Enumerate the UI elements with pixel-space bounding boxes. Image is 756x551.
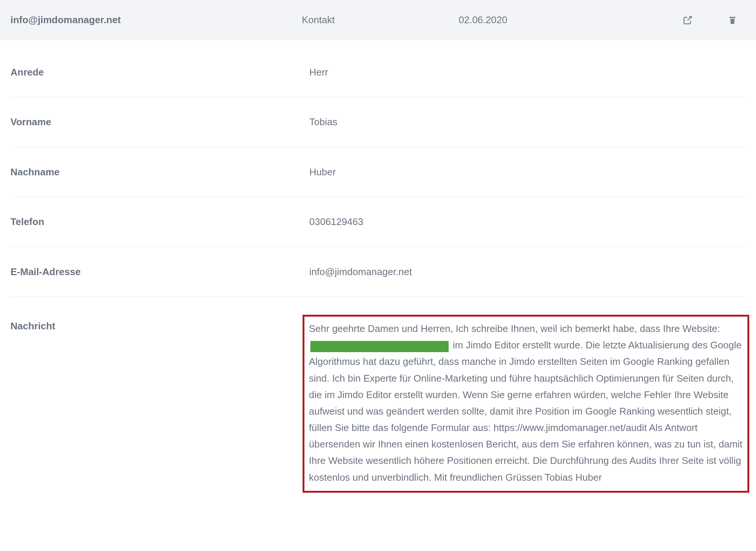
header-date: 02.06.2020 — [459, 14, 571, 26]
trash-icon — [728, 15, 737, 25]
svg-rect-0 — [729, 17, 735, 18]
field-vorname: Vorname Tobias — [10, 97, 746, 147]
header-type: Kontakt — [302, 14, 459, 26]
field-value: Huber — [309, 165, 746, 179]
field-label: E-Mail-Adresse — [10, 265, 309, 278]
message-highlight: Sehr geehrte Damen und Herren, Ich schre… — [303, 315, 749, 493]
message-text-post: im Jimdo Editor erstellt wurde. Die letz… — [309, 339, 743, 483]
header-email: info@jimdomanager.net — [10, 14, 302, 26]
field-value: Herr — [309, 65, 746, 79]
field-label: Anrede — [10, 65, 309, 79]
field-telefon: Telefon 0306129463 — [10, 197, 746, 247]
field-label: Vorname — [10, 115, 309, 129]
field-label: Nachricht — [10, 315, 309, 493]
page: info@jimdomanager.net Kontakt 02.06.2020 — [0, 0, 756, 551]
field-label: Nachname — [10, 165, 309, 179]
field-value: 0306129463 — [309, 215, 746, 228]
field-nachname: Nachname Huber — [10, 147, 746, 197]
field-label: Telefon — [10, 215, 309, 228]
external-link-icon — [683, 15, 693, 25]
entry-header: info@jimdomanager.net Kontakt 02.06.2020 — [0, 0, 756, 40]
field-value: info@jimdomanager.net — [309, 265, 746, 278]
header-actions — [682, 15, 746, 26]
field-email: E-Mail-Adresse info@jimdomanager.net — [10, 247, 746, 297]
message-text-pre: Sehr geehrte Damen und Herren, Ich schre… — [309, 323, 720, 334]
message-content: Sehr geehrte Damen und Herren, Ich schre… — [309, 315, 746, 493]
open-external-button[interactable] — [682, 15, 693, 26]
redacted-website — [310, 341, 449, 352]
field-nachricht: Nachricht Sehr geehrte Damen und Herren,… — [10, 297, 746, 493]
delete-button[interactable] — [727, 15, 738, 26]
detail-list: Anrede Herr Vorname Tobias Nachname Hube… — [0, 40, 756, 493]
field-anrede: Anrede Herr — [10, 47, 746, 97]
field-value: Tobias — [309, 115, 746, 129]
